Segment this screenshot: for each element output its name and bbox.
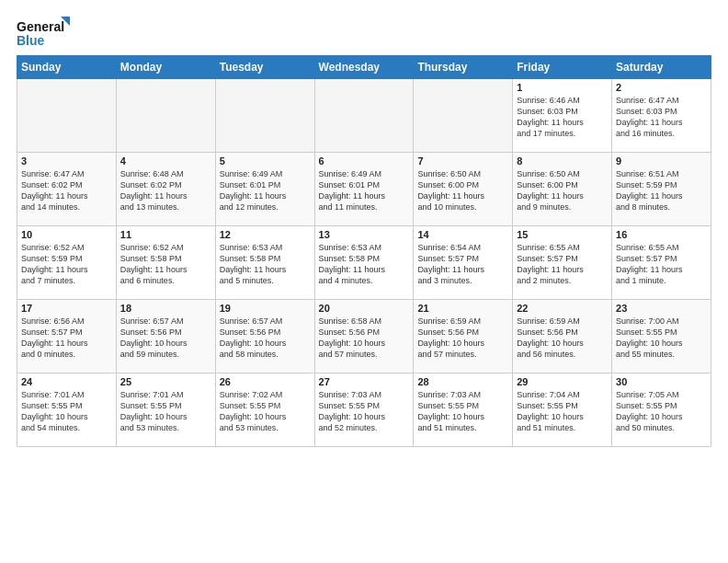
day-info: Sunrise: 6:59 AM Sunset: 5:56 PM Dayligh… (517, 316, 608, 361)
day-info: Sunrise: 6:49 AM Sunset: 6:01 PM Dayligh… (319, 168, 410, 213)
logo-svg: GeneralBlue (17, 17, 72, 50)
day-number: 27 (319, 376, 410, 387)
weekday-header-row: SundayMondayTuesdayWednesdayThursdayFrid… (17, 56, 711, 79)
day-number: 9 (616, 155, 707, 167)
week-row-4: 24Sunrise: 7:01 AM Sunset: 5:55 PM Dayli… (17, 373, 711, 447)
calendar-cell: 18Sunrise: 6:57 AM Sunset: 5:56 PM Dayli… (116, 300, 215, 373)
day-number: 3 (21, 155, 112, 167)
day-number: 11 (120, 229, 211, 240)
day-info: Sunrise: 6:50 AM Sunset: 6:00 PM Dayligh… (417, 168, 508, 213)
calendar-cell: 11Sunrise: 6:52 AM Sunset: 5:58 PM Dayli… (116, 226, 215, 300)
day-info: Sunrise: 7:03 AM Sunset: 5:55 PM Dayligh… (417, 389, 508, 434)
weekday-header-sunday: Sunday (17, 56, 117, 79)
calendar-cell: 28Sunrise: 7:03 AM Sunset: 5:55 PM Dayli… (414, 373, 513, 447)
day-info: Sunrise: 6:55 AM Sunset: 5:57 PM Dayligh… (616, 242, 707, 287)
calendar-cell: 14Sunrise: 6:54 AM Sunset: 5:57 PM Dayli… (414, 226, 513, 300)
calendar-cell: 21Sunrise: 6:59 AM Sunset: 5:56 PM Dayli… (414, 300, 513, 373)
day-info: Sunrise: 6:53 AM Sunset: 5:58 PM Dayligh… (220, 242, 311, 287)
weekday-header-friday: Friday (513, 56, 612, 79)
week-row-2: 10Sunrise: 6:52 AM Sunset: 5:59 PM Dayli… (17, 226, 711, 300)
calendar-cell: 1Sunrise: 6:46 AM Sunset: 6:03 PM Daylig… (513, 79, 612, 153)
calendar-cell (116, 79, 215, 153)
calendar-cell: 29Sunrise: 7:04 AM Sunset: 5:55 PM Dayli… (513, 373, 612, 447)
day-info: Sunrise: 6:50 AM Sunset: 6:00 PM Dayligh… (517, 168, 608, 213)
calendar-cell (215, 79, 314, 153)
day-number: 8 (517, 155, 608, 167)
day-number: 29 (517, 376, 608, 387)
day-number: 16 (616, 229, 707, 240)
day-number: 30 (616, 376, 707, 387)
day-info: Sunrise: 6:51 AM Sunset: 5:59 PM Dayligh… (616, 168, 707, 213)
day-info: Sunrise: 6:47 AM Sunset: 6:03 PM Dayligh… (616, 95, 707, 140)
header: GeneralBlue (17, 17, 711, 50)
calendar-cell: 22Sunrise: 6:59 AM Sunset: 5:56 PM Dayli… (513, 300, 612, 373)
day-info: Sunrise: 6:52 AM Sunset: 5:58 PM Dayligh… (120, 242, 211, 287)
day-number: 18 (120, 303, 211, 314)
calendar-cell: 3Sunrise: 6:47 AM Sunset: 6:02 PM Daylig… (17, 153, 117, 226)
calendar-cell: 7Sunrise: 6:50 AM Sunset: 6:00 PM Daylig… (414, 153, 513, 226)
calendar-cell: 8Sunrise: 6:50 AM Sunset: 6:00 PM Daylig… (513, 153, 612, 226)
day-number: 20 (319, 303, 410, 314)
calendar-cell: 12Sunrise: 6:53 AM Sunset: 5:58 PM Dayli… (215, 226, 314, 300)
calendar-cell (414, 79, 513, 153)
weekday-header-tuesday: Tuesday (215, 56, 314, 79)
day-info: Sunrise: 6:54 AM Sunset: 5:57 PM Dayligh… (417, 242, 508, 287)
page: GeneralBlue SundayMondayTuesdayWednesday… (0, 0, 728, 563)
calendar-cell (17, 79, 117, 153)
day-number: 19 (220, 303, 311, 314)
calendar-cell: 26Sunrise: 7:02 AM Sunset: 5:55 PM Dayli… (215, 373, 314, 447)
day-info: Sunrise: 7:00 AM Sunset: 5:55 PM Dayligh… (616, 316, 707, 361)
day-info: Sunrise: 6:49 AM Sunset: 6:01 PM Dayligh… (220, 168, 311, 213)
calendar-cell: 4Sunrise: 6:48 AM Sunset: 6:02 PM Daylig… (116, 153, 215, 226)
day-number: 22 (517, 303, 608, 314)
calendar-cell (314, 79, 414, 153)
day-number: 24 (21, 376, 112, 387)
svg-text:General: General (17, 19, 64, 34)
day-number: 10 (21, 229, 112, 240)
calendar-cell: 15Sunrise: 6:55 AM Sunset: 5:57 PM Dayli… (513, 226, 612, 300)
day-info: Sunrise: 7:01 AM Sunset: 5:55 PM Dayligh… (120, 389, 211, 434)
day-number: 28 (417, 376, 508, 387)
day-number: 12 (220, 229, 311, 240)
calendar-cell: 10Sunrise: 6:52 AM Sunset: 5:59 PM Dayli… (17, 226, 117, 300)
day-number: 13 (319, 229, 410, 240)
svg-text:Blue: Blue (17, 33, 45, 48)
calendar-cell: 9Sunrise: 6:51 AM Sunset: 5:59 PM Daylig… (612, 153, 711, 226)
day-info: Sunrise: 7:03 AM Sunset: 5:55 PM Dayligh… (319, 389, 410, 434)
day-info: Sunrise: 6:47 AM Sunset: 6:02 PM Dayligh… (21, 168, 112, 213)
day-info: Sunrise: 6:52 AM Sunset: 5:59 PM Dayligh… (21, 242, 112, 287)
day-number: 6 (319, 155, 410, 167)
logo: GeneralBlue (17, 17, 72, 50)
day-number: 14 (417, 229, 508, 240)
day-info: Sunrise: 6:57 AM Sunset: 5:56 PM Dayligh… (220, 316, 311, 361)
day-number: 7 (417, 155, 508, 167)
day-number: 23 (616, 303, 707, 314)
day-info: Sunrise: 6:55 AM Sunset: 5:57 PM Dayligh… (517, 242, 608, 287)
day-number: 25 (120, 376, 211, 387)
calendar-cell: 6Sunrise: 6:49 AM Sunset: 6:01 PM Daylig… (314, 153, 414, 226)
calendar-cell: 16Sunrise: 6:55 AM Sunset: 5:57 PM Dayli… (612, 226, 711, 300)
day-info: Sunrise: 7:04 AM Sunset: 5:55 PM Dayligh… (517, 389, 608, 434)
calendar-cell: 2Sunrise: 6:47 AM Sunset: 6:03 PM Daylig… (612, 79, 711, 153)
day-info: Sunrise: 6:58 AM Sunset: 5:56 PM Dayligh… (319, 316, 410, 361)
calendar-cell: 23Sunrise: 7:00 AM Sunset: 5:55 PM Dayli… (612, 300, 711, 373)
day-info: Sunrise: 6:46 AM Sunset: 6:03 PM Dayligh… (517, 95, 608, 140)
calendar-cell: 30Sunrise: 7:05 AM Sunset: 5:55 PM Dayli… (612, 373, 711, 447)
calendar-cell: 17Sunrise: 6:56 AM Sunset: 5:57 PM Dayli… (17, 300, 117, 373)
day-number: 4 (120, 155, 211, 167)
day-number: 21 (417, 303, 508, 314)
day-info: Sunrise: 6:48 AM Sunset: 6:02 PM Dayligh… (120, 168, 211, 213)
day-info: Sunrise: 7:01 AM Sunset: 5:55 PM Dayligh… (21, 389, 112, 434)
day-info: Sunrise: 7:05 AM Sunset: 5:55 PM Dayligh… (616, 389, 707, 434)
weekday-header-wednesday: Wednesday (314, 56, 414, 79)
weekday-header-thursday: Thursday (414, 56, 513, 79)
week-row-3: 17Sunrise: 6:56 AM Sunset: 5:57 PM Dayli… (17, 300, 711, 373)
calendar-cell: 27Sunrise: 7:03 AM Sunset: 5:55 PM Dayli… (314, 373, 414, 447)
weekday-header-saturday: Saturday (612, 56, 711, 79)
day-info: Sunrise: 6:59 AM Sunset: 5:56 PM Dayligh… (417, 316, 508, 361)
day-number: 5 (220, 155, 311, 167)
day-number: 26 (220, 376, 311, 387)
calendar-table: SundayMondayTuesdayWednesdayThursdayFrid… (17, 55, 711, 447)
day-number: 15 (517, 229, 608, 240)
calendar-cell: 19Sunrise: 6:57 AM Sunset: 5:56 PM Dayli… (215, 300, 314, 373)
